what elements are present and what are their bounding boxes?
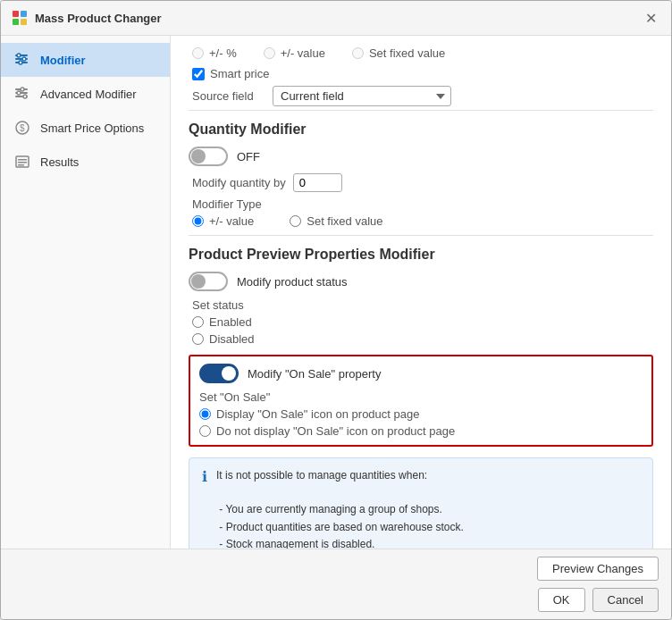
radio-percent[interactable]: +/- % — [192, 46, 237, 60]
divider-2 — [189, 235, 653, 236]
on-sale-box: Modify "On Sale" property Set "On Sale" … — [189, 355, 653, 447]
disabled-label: Disabled — [209, 332, 255, 346]
modify-qty-row: Modify quantity by — [189, 173, 653, 192]
quantity-modifier-title: Quantity Modifier — [189, 121, 653, 138]
on-sale-set-label: Set "On Sale" — [199, 390, 643, 404]
svg-rect-0 — [13, 11, 19, 17]
qty-toggle-label: OFF — [237, 150, 260, 163]
close-button[interactable]: ✕ — [641, 8, 660, 28]
radio-percent-input[interactable] — [192, 47, 204, 59]
sidebar-modifier-label: Modifier — [40, 54, 86, 67]
qty-toggle-row: OFF — [189, 147, 653, 166]
status-enabled-radio[interactable]: Enabled — [192, 315, 653, 329]
qty-radio-value[interactable]: +/- value — [192, 214, 254, 228]
svg-rect-1 — [21, 11, 27, 17]
title-bar-left: Mass Product Changer — [12, 10, 162, 26]
on-sale-no-display-input[interactable] — [199, 425, 211, 437]
on-sale-display-radio[interactable]: Display "On Sale" icon on product page — [199, 407, 643, 421]
footer-top-row: Preview Changes — [13, 557, 659, 581]
sidebar: Modifier Advanced Modifier $ Smart Price… — [1, 36, 171, 549]
title-bar: Mass Product Changer ✕ — [1, 1, 671, 36]
sidebar-smart-price-label: Smart Price Options — [40, 121, 144, 135]
info-text: It is not possible to manage quantities … — [216, 467, 464, 549]
modifier-icon — [13, 51, 31, 69]
on-sale-toggle[interactable] — [199, 364, 239, 383]
on-sale-no-display-label: Do not display "On Sale" icon on product… — [216, 424, 455, 438]
svg-point-7 — [17, 54, 21, 57]
modifier-type-label: Modifier Type — [189, 197, 653, 211]
sidebar-advanced-label: Advanced Modifier — [40, 88, 137, 101]
set-status-label: Set status — [189, 298, 653, 312]
on-sale-toggle-row: Modify "On Sale" property — [199, 364, 643, 383]
info-box: ℹ It is not possible to manage quantitie… — [189, 457, 653, 549]
results-icon — [13, 153, 31, 171]
qty-radio-fixed-input[interactable] — [290, 215, 301, 227]
modify-qty-label: Modify quantity by — [192, 176, 286, 189]
on-sale-toggle-label: Modify "On Sale" property — [248, 367, 381, 381]
top-radio-options: +/- % +/- value Set fixed value — [189, 46, 653, 60]
smart-price-icon: $ — [13, 119, 31, 137]
status-enabled-input[interactable] — [192, 316, 204, 328]
content-area: +/- % +/- value Set fixed value Smart pr… — [171, 36, 671, 549]
radio-value-label: +/- value — [281, 46, 325, 60]
radio-percent-label: +/- % — [209, 46, 237, 60]
source-field-label: Source field — [192, 89, 264, 103]
qty-radio-value-input[interactable] — [192, 215, 204, 227]
svg-point-14 — [17, 91, 21, 95]
smart-price-row: Smart price — [189, 67, 653, 80]
svg-rect-19 — [18, 159, 27, 161]
qty-radio-value-label: +/- value — [209, 214, 254, 228]
status-radios: Enabled Disabled — [189, 315, 653, 346]
app-icon — [12, 10, 28, 26]
qty-modifier-type-row: +/- value Set fixed value — [189, 214, 653, 228]
status-disabled-radio[interactable]: Disabled — [192, 332, 653, 346]
on-sale-no-display-radio[interactable]: Do not display "On Sale" icon on product… — [199, 424, 643, 438]
product-preview-title: Product Preview Properties Modifier — [189, 247, 653, 263]
enabled-label: Enabled — [209, 315, 252, 329]
svg-rect-3 — [21, 19, 27, 25]
svg-rect-21 — [18, 164, 24, 166]
main-window: Mass Product Changer ✕ Modifier Advanced… — [0, 0, 672, 620]
on-sale-display-input[interactable] — [199, 408, 211, 420]
qty-input[interactable] — [293, 173, 342, 192]
qty-radio-fixed[interactable]: Set fixed value — [290, 214, 382, 228]
radio-fixed-label: Set fixed value — [369, 46, 445, 60]
sidebar-item-advanced-modifier[interactable]: Advanced Modifier — [1, 77, 170, 111]
qty-toggle[interactable] — [189, 147, 228, 166]
footer: Preview Changes OK Cancel — [1, 549, 671, 619]
source-field-row: Source field Current field — [189, 86, 653, 106]
sidebar-item-results[interactable]: Results — [1, 145, 170, 179]
svg-rect-20 — [18, 162, 27, 163]
status-disabled-input[interactable] — [192, 333, 204, 345]
smart-price-label: Smart price — [210, 67, 269, 80]
svg-rect-2 — [13, 19, 19, 25]
preview-changes-button[interactable]: Preview Changes — [537, 557, 659, 581]
sidebar-results-label: Results — [40, 155, 79, 169]
svg-point-13 — [21, 88, 24, 91]
sidebar-item-modifier[interactable]: Modifier — [1, 43, 170, 77]
radio-value[interactable]: +/- value — [264, 46, 325, 60]
radio-fixed[interactable]: Set fixed value — [352, 46, 445, 60]
ok-button[interactable]: OK — [538, 588, 585, 612]
divider-1 — [189, 110, 653, 111]
radio-fixed-input[interactable] — [352, 47, 364, 59]
radio-value-input[interactable] — [264, 47, 275, 59]
qty-radio-fixed-label: Set fixed value — [307, 214, 382, 228]
svg-point-15 — [23, 95, 27, 98]
advanced-modifier-icon — [13, 85, 31, 103]
info-icon: ℹ — [202, 468, 207, 485]
product-status-toggle[interactable] — [189, 272, 228, 291]
product-status-toggle-label: Modify product status — [237, 275, 348, 289]
svg-text:$: $ — [20, 123, 25, 133]
on-sale-radios: Display "On Sale" icon on product page D… — [199, 407, 643, 438]
footer-bottom-row: OK Cancel — [13, 588, 659, 612]
svg-point-8 — [22, 57, 26, 61]
product-status-toggle-row: Modify product status — [189, 272, 653, 291]
main-content: Modifier Advanced Modifier $ Smart Price… — [1, 36, 671, 549]
cancel-button[interactable]: Cancel — [592, 588, 659, 612]
smart-price-checkbox[interactable] — [192, 68, 205, 80]
sidebar-item-smart-price[interactable]: $ Smart Price Options — [1, 111, 170, 145]
window-title: Mass Product Changer — [35, 12, 162, 25]
on-sale-display-label: Display "On Sale" icon on product page — [216, 407, 419, 421]
source-field-select[interactable]: Current field — [273, 86, 451, 106]
